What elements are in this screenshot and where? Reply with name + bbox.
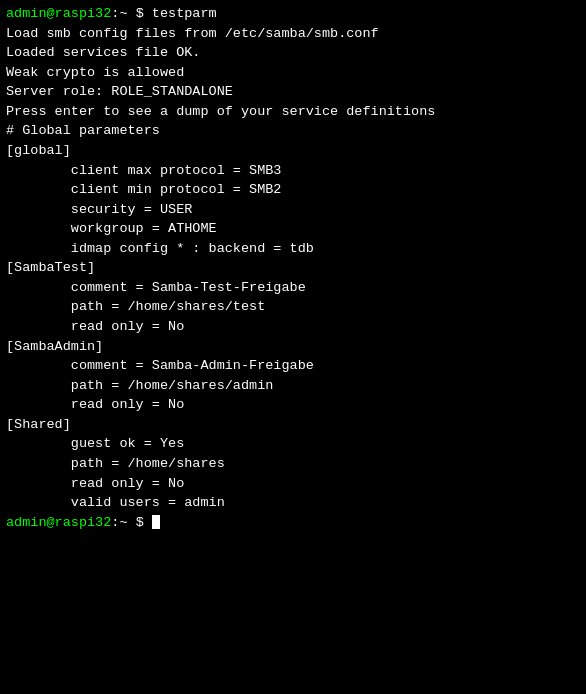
line-33: read only = No bbox=[6, 474, 580, 494]
command-text: testparm bbox=[152, 6, 217, 21]
line-19: comment = Samba-Test-Freigabe bbox=[6, 278, 580, 298]
line-7: Press enter to see a dump of your servic… bbox=[6, 102, 580, 122]
line-3: Loaded services file OK. bbox=[6, 43, 580, 63]
prompt-user: admin@raspi32 bbox=[6, 6, 111, 21]
line-10: [global] bbox=[6, 141, 580, 161]
line-18: [SambaTest] bbox=[6, 258, 580, 278]
line-13: security = USER bbox=[6, 200, 580, 220]
line-26: path = /home/shares/admin bbox=[6, 376, 580, 396]
line-12: client min protocol = SMB2 bbox=[6, 180, 580, 200]
line-4: Weak crypto is allowed bbox=[6, 63, 580, 83]
line-32: path = /home/shares bbox=[6, 454, 580, 474]
cursor bbox=[152, 515, 160, 529]
terminal-window: admin@raspi32:~ $ testparm Load smb conf… bbox=[0, 0, 586, 694]
bottom-prompt-line: admin@raspi32:~ $ bbox=[6, 513, 580, 533]
line-5: Server role: ROLE_STANDALONE bbox=[6, 82, 580, 102]
line-24: [SambaAdmin] bbox=[6, 337, 580, 357]
line-20: path = /home/shares/test bbox=[6, 297, 580, 317]
line-11: client max protocol = SMB3 bbox=[6, 161, 580, 181]
line-2: Load smb config files from /etc/samba/sm… bbox=[6, 24, 580, 44]
line-31: guest ok = Yes bbox=[6, 434, 580, 454]
line-14: workgroup = ATHOME bbox=[6, 219, 580, 239]
line-25: comment = Samba-Admin-Freigabe bbox=[6, 356, 580, 376]
line-34: valid users = admin bbox=[6, 493, 580, 513]
line-21: read only = No bbox=[6, 317, 580, 337]
bottom-prompt-user: admin@raspi32 bbox=[6, 515, 111, 530]
line-9: # Global parameters bbox=[6, 121, 580, 141]
line-30: [Shared] bbox=[6, 415, 580, 435]
line-27: read only = No bbox=[6, 395, 580, 415]
line-1: admin@raspi32:~ $ testparm bbox=[6, 4, 580, 24]
bottom-prompt-colon: :~ $ bbox=[111, 515, 152, 530]
line-15: idmap config * : backend = tdb bbox=[6, 239, 580, 259]
prompt-colon: :~ $ bbox=[111, 6, 152, 21]
